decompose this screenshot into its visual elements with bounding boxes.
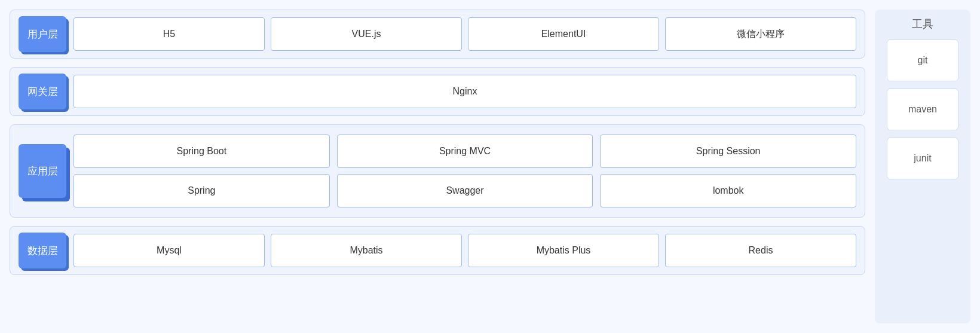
tech-box-spring-session: Spring Session [600, 135, 856, 168]
gateway-layer-content: Nginx [74, 75, 856, 108]
tool-git: git [887, 39, 958, 81]
tool-maven: maven [887, 88, 958, 130]
tech-box-mybatis-plus: Mybatis Plus [468, 234, 659, 267]
tech-box-redis: Redis [665, 234, 856, 267]
app-layer-label: 应用层 [19, 144, 66, 198]
left-panel: 用户层 H5 VUE.js ElementUI 微信小程序 网关层 [10, 10, 865, 323]
tech-box-mysql: Mysql [74, 234, 265, 267]
tech-box-spring-mvc: Spring MVC [337, 135, 593, 168]
tech-box-lombok: lombok [600, 174, 856, 207]
app-layer-section: 应用层 Spring Boot Spring MVC Spring Sessio… [10, 124, 865, 218]
gateway-layer-section: 网关层 Nginx [10, 67, 865, 116]
tool-junit: junit [887, 138, 958, 179]
tech-box-wechat: 微信小程序 [665, 17, 856, 51]
gateway-layer-label: 网关层 [19, 74, 66, 109]
tech-box-spring-boot: Spring Boot [74, 135, 330, 168]
tech-box-mybatis: Mybatis [271, 234, 462, 267]
data-layer-content: Mysql Mybatis Mybatis Plus Redis [74, 234, 856, 267]
main-container: 用户层 H5 VUE.js ElementUI 微信小程序 网关层 [0, 0, 980, 333]
tools-title: 工具 [912, 17, 933, 31]
tech-box-nginx: Nginx [74, 75, 856, 108]
data-layer-label: 数据层 [19, 233, 66, 268]
tools-panel: 工具 git maven junit [875, 10, 970, 323]
user-layer-section: 用户层 H5 VUE.js ElementUI 微信小程序 [10, 10, 865, 59]
tech-box-vuejs: VUE.js [271, 17, 462, 51]
user-layer-content: H5 VUE.js ElementUI 微信小程序 [74, 17, 856, 51]
app-row-2: Spring Swagger lombok [74, 174, 856, 207]
user-layer-label: 用户层 [19, 16, 66, 52]
data-layer-section: 数据层 Mysql Mybatis Mybatis Plus Redis [10, 226, 865, 275]
tech-box-spring: Spring [74, 174, 330, 207]
app-layer-content: Spring Boot Spring MVC Spring Session Sp… [74, 135, 856, 207]
tech-box-h5: H5 [74, 17, 265, 51]
app-row-1: Spring Boot Spring MVC Spring Session [74, 135, 856, 168]
tech-box-swagger: Swagger [337, 174, 593, 207]
tech-box-elementui: ElementUI [468, 17, 659, 51]
